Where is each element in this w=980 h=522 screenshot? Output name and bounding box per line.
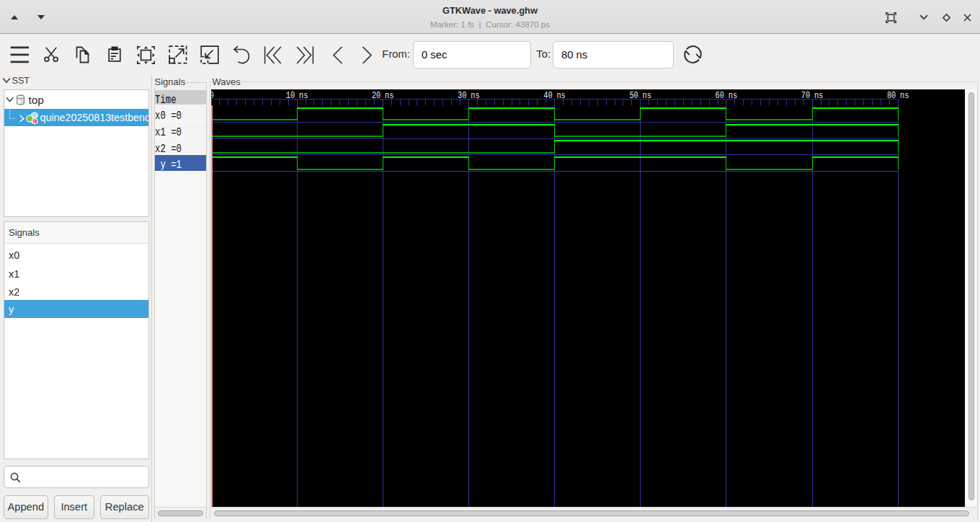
svg-text:40: 40	[543, 91, 552, 101]
svg-text:10: 10	[286, 91, 295, 101]
svg-text:60: 60	[716, 91, 724, 101]
svg-text:ns: ns	[900, 91, 909, 101]
svg-text:ns: ns	[729, 91, 737, 101]
svg-text:20: 20	[372, 91, 380, 101]
svg-text:ns: ns	[643, 91, 651, 101]
svg-text:80: 80	[887, 91, 896, 101]
svg-text:ns: ns	[299, 91, 308, 101]
svg-text:70: 70	[801, 91, 810, 101]
svg-text:30: 30	[458, 91, 466, 101]
svg-text:50: 50	[629, 91, 638, 101]
svg-text:0: 0	[211, 91, 214, 101]
svg-text:ns: ns	[556, 91, 565, 101]
svg-text:ns: ns	[814, 91, 823, 101]
svg-text:ns: ns	[471, 91, 479, 101]
svg-text:ns: ns	[385, 91, 393, 101]
